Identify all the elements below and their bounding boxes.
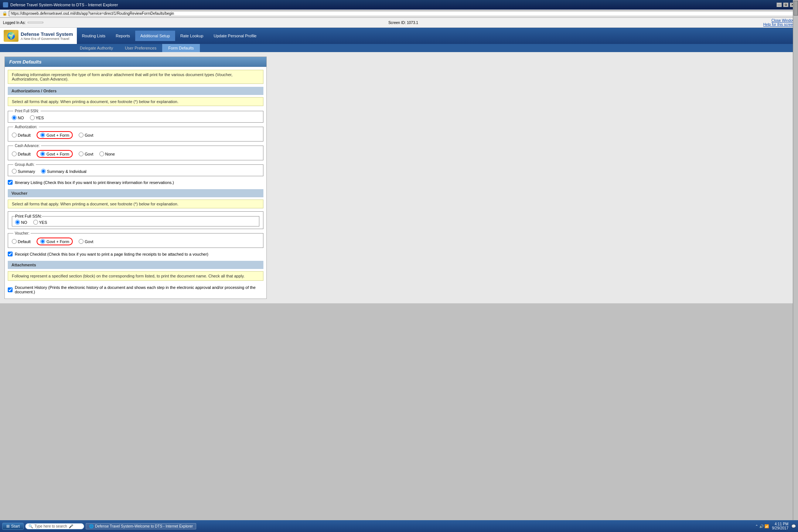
ssn-auth-no-text: NO bbox=[18, 116, 24, 120]
cash-default-radio[interactable] bbox=[12, 151, 17, 156]
address-input[interactable] bbox=[9, 11, 796, 16]
scrollbar-thumb[interactable] bbox=[794, 1, 798, 16]
cash-advance-fieldset: Cash Advance: Default Govt + Form bbox=[8, 144, 263, 160]
sub-nav-preferences[interactable]: User Preferences bbox=[119, 44, 163, 52]
auth-govt-label[interactable]: Govt bbox=[79, 133, 93, 137]
document-history-checkbox[interactable] bbox=[8, 287, 13, 292]
window-titlebar: Defense Travel System-Welcome to DTS - I… bbox=[0, 0, 798, 10]
voucher-govt-form-circled: Govt + Form bbox=[37, 238, 73, 245]
logged-in-label: Logged In As: bbox=[3, 21, 25, 25]
ssn-voucher-yes-text: YES bbox=[39, 220, 47, 225]
print-full-ssn-voucher-group: NO YES bbox=[15, 220, 256, 225]
nav-routing-lists[interactable]: Routing Lists bbox=[77, 31, 111, 41]
ssn-auth-yes-label[interactable]: YES bbox=[30, 115, 44, 120]
print-full-ssn-auth-fieldset: Print Full SSN: NO YES bbox=[8, 109, 263, 123]
auth-govt-radio[interactable] bbox=[79, 133, 83, 137]
document-history-row: Document History (Prints the electronic … bbox=[8, 284, 263, 296]
window-controls[interactable]: — ⧉ ✕ bbox=[777, 3, 795, 7]
auth-govt-text: Govt bbox=[85, 133, 93, 137]
close-window-link[interactable]: Close Window bbox=[763, 18, 795, 23]
top-links: Close Window Help for this screen bbox=[763, 18, 795, 27]
voucher-govt-form-text: Govt + Form bbox=[47, 239, 69, 244]
sub-nav-form-defaults[interactable]: Form Defaults bbox=[162, 44, 200, 52]
auth-default-text: Default bbox=[18, 133, 31, 137]
ssn-voucher-yes-radio[interactable] bbox=[33, 220, 38, 225]
main-content: Form Defaults Following information repr… bbox=[0, 52, 798, 303]
receipt-checklist-label: Receipt Checklist (Check this box if you… bbox=[15, 252, 208, 256]
cash-advance-group: Default Govt + Form Govt None bbox=[12, 150, 259, 158]
logo-subtitle: A New Era of Government Travel bbox=[21, 37, 73, 41]
print-full-ssn-voucher-legend: Print Full SSN: bbox=[15, 214, 42, 218]
group-summary-individual-text: Summary & Individual bbox=[47, 169, 86, 174]
voucher-govt-label[interactable]: Govt bbox=[79, 239, 93, 244]
authorization-group: Default Govt + Form Govt bbox=[12, 131, 259, 139]
top-info-note: Following information represents the typ… bbox=[8, 70, 263, 84]
authorization-legend: Authorization: bbox=[13, 125, 39, 129]
auth-govt-form-label[interactable]: Govt + Form bbox=[37, 131, 73, 139]
nav-reports[interactable]: Reports bbox=[110, 31, 135, 41]
voucher-form-group: Default Govt + Form Govt bbox=[12, 238, 259, 245]
auth-govt-form-circled: Govt + Form bbox=[37, 131, 73, 139]
group-summary-individual-radio[interactable] bbox=[41, 169, 46, 174]
screen-id: Screen ID: 1073.1 bbox=[388, 21, 418, 25]
auth-orders-header: Authorizations / Orders bbox=[8, 87, 263, 95]
window-icon bbox=[3, 2, 8, 7]
logo-text: Defense Travel System A New Era of Gover… bbox=[21, 31, 73, 41]
cash-none-text: None bbox=[105, 152, 115, 156]
ssn-voucher-yes-label[interactable]: YES bbox=[33, 220, 47, 225]
cash-govt-form-radio[interactable] bbox=[40, 151, 45, 156]
auth-default-label[interactable]: Default bbox=[12, 133, 31, 137]
cash-none-radio[interactable] bbox=[99, 151, 104, 156]
cash-default-text: Default bbox=[18, 152, 31, 156]
ssn-voucher-no-radio[interactable] bbox=[15, 220, 20, 225]
cash-govt-form-circled: Govt + Form bbox=[37, 150, 73, 158]
cash-govt-label[interactable]: Govt bbox=[79, 151, 93, 156]
cash-govt-text: Govt bbox=[85, 152, 93, 156]
cash-none-label[interactable]: None bbox=[99, 151, 115, 156]
window-title: Defense Travel System-Welcome to DTS - I… bbox=[10, 3, 777, 7]
attachments-header: Attachments bbox=[8, 261, 263, 269]
ssn-auth-no-radio[interactable] bbox=[12, 115, 17, 120]
cash-govt-radio[interactable] bbox=[79, 151, 83, 156]
help-link[interactable]: Help for this screen bbox=[763, 23, 795, 27]
voucher-ssn-box: Print Full SSN: NO YES bbox=[8, 211, 263, 229]
voucher-govt-form-radio[interactable] bbox=[40, 239, 45, 244]
voucher-default-label[interactable]: Default bbox=[12, 239, 31, 244]
ssn-auth-no-label[interactable]: NO bbox=[12, 115, 24, 120]
group-summary-label[interactable]: Summary bbox=[12, 169, 35, 174]
cash-govt-form-label[interactable]: Govt + Form bbox=[37, 150, 73, 158]
voucher-govt-radio[interactable] bbox=[79, 239, 83, 244]
receipt-checklist-checkbox[interactable] bbox=[8, 252, 13, 256]
itinerary-listing-row: Itinerary Listing (Check this box if you… bbox=[8, 178, 263, 186]
nav-rate-lookup[interactable]: Rate Lookup bbox=[175, 31, 208, 41]
group-auth-legend: Group Auth: bbox=[13, 163, 36, 167]
auth-govt-form-radio[interactable] bbox=[40, 133, 45, 137]
document-history-label: Document History (Prints the electronic … bbox=[15, 285, 263, 294]
itinerary-listing-checkbox[interactable] bbox=[8, 180, 13, 185]
voucher-form-legend: Voucher: bbox=[13, 231, 31, 235]
voucher-select-note: Select all forms that apply. When printi… bbox=[8, 200, 263, 208]
nav-update-profile[interactable]: Update Personal Profile bbox=[208, 31, 262, 41]
voucher-govt-form-label[interactable]: Govt + Form bbox=[37, 238, 73, 245]
ssn-voucher-no-label[interactable]: NO bbox=[15, 220, 27, 225]
sub-nav-delegate[interactable]: Delegate Authority bbox=[74, 44, 119, 52]
address-bar: 🔒 bbox=[0, 10, 798, 18]
panel-body: Following information represents the typ… bbox=[5, 67, 266, 299]
scrollbar[interactable] bbox=[793, 0, 798, 303]
group-summary-radio[interactable] bbox=[12, 169, 17, 174]
voucher-default-radio[interactable] bbox=[12, 239, 17, 244]
ssn-auth-yes-radio[interactable] bbox=[30, 115, 35, 120]
group-auth-group: Summary Summary & Individual bbox=[12, 169, 259, 174]
nav-items: Routing Lists Reports Additional Setup R… bbox=[77, 28, 798, 44]
group-auth-fieldset: Group Auth: Summary Summary & Individual bbox=[8, 163, 263, 176]
group-summary-individual-label[interactable]: Summary & Individual bbox=[41, 169, 86, 174]
panel-title: Form Defaults bbox=[5, 57, 266, 67]
ssn-voucher-no-text: NO bbox=[21, 220, 27, 225]
maximize-button[interactable]: ⧉ bbox=[783, 3, 788, 7]
nav-additional-setup[interactable]: Additional Setup bbox=[135, 31, 175, 41]
auth-default-radio[interactable] bbox=[12, 133, 17, 137]
nav-header: 🌍 Defense Travel System A New Era of Gov… bbox=[0, 28, 798, 44]
auth-govt-form-text: Govt + Form bbox=[47, 133, 69, 137]
cash-default-label[interactable]: Default bbox=[12, 151, 31, 156]
minimize-button[interactable]: — bbox=[777, 3, 782, 7]
